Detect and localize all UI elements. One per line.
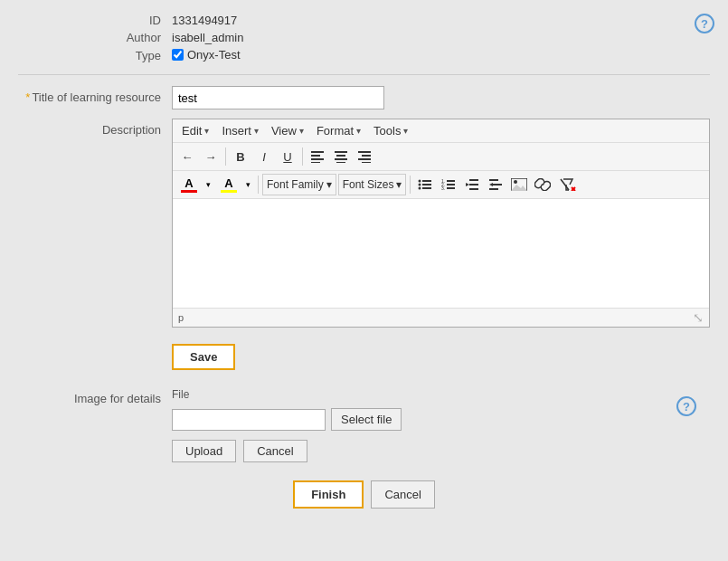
svg-rect-4 — [335, 151, 347, 153]
svg-rect-8 — [358, 151, 371, 153]
upload-cancel-row: Upload Cancel — [172, 440, 402, 462]
svg-rect-6 — [335, 158, 347, 160]
author-label: Author — [18, 31, 172, 44]
file-sub-label: File — [172, 388, 402, 401]
bg-color-button[interactable]: A — [216, 174, 241, 195]
remove-format-button[interactable] — [555, 174, 581, 195]
svg-point-12 — [419, 180, 421, 183]
font-family-arrow-icon: ▾ — [326, 178, 332, 191]
top-help-icon[interactable]: ? — [695, 14, 714, 33]
resize-handle[interactable]: ⤡ — [693, 310, 704, 325]
id-label: ID — [18, 14, 172, 27]
edit-arrow-icon: ▾ — [204, 126, 209, 136]
save-button[interactable]: Save — [172, 344, 235, 370]
align-right-button[interactable] — [354, 146, 375, 167]
font-color-arrow[interactable]: ▾ — [203, 174, 214, 195]
increase-indent-icon — [489, 178, 502, 191]
italic-button[interactable]: I — [253, 146, 275, 167]
editor-container: Edit ▾ Insert ▾ View ▾ Format ▾ — [172, 119, 710, 328]
select-file-button[interactable]: Select file — [331, 408, 402, 431]
menu-insert[interactable]: Insert ▾ — [216, 122, 264, 139]
unordered-list-button[interactable] — [414, 174, 436, 195]
type-checkbox[interactable] — [172, 49, 184, 61]
svg-point-14 — [419, 184, 421, 186]
svg-marker-25 — [466, 183, 469, 186]
type-checkbox-group: Onyx-Test — [172, 48, 241, 62]
type-row: Type Onyx-Test — [18, 48, 710, 63]
file-input[interactable] — [172, 409, 326, 431]
font-color-button[interactable]: A — [176, 174, 202, 195]
svg-rect-13 — [422, 180, 431, 182]
font-color-bar — [181, 190, 197, 193]
description-label: Description — [18, 119, 172, 137]
svg-rect-0 — [311, 151, 324, 153]
cancel-upload-button[interactable]: Cancel — [243, 440, 307, 462]
editor-statusbar: p ⤡ — [173, 308, 709, 327]
menu-format[interactable]: Format ▾ — [311, 122, 366, 139]
svg-rect-21 — [447, 184, 455, 185]
title-input[interactable] — [172, 86, 384, 109]
svg-rect-15 — [422, 184, 431, 185]
svg-text:3.: 3. — [441, 185, 445, 191]
finish-button[interactable]: Finish — [293, 480, 364, 509]
increase-indent-button[interactable] — [485, 174, 506, 195]
unordered-list-icon — [418, 178, 432, 191]
svg-rect-27 — [469, 188, 478, 190]
toolbar-sep-2 — [302, 147, 303, 166]
link-icon — [534, 178, 551, 191]
title-label: *Title of learning resource — [18, 86, 172, 104]
align-left-icon — [311, 150, 324, 163]
image-help-icon[interactable]: ? — [676, 396, 696, 416]
redo-button[interactable]: → — [200, 146, 222, 167]
ordered-list-icon: 1. 2. 3. — [441, 178, 456, 191]
toolbar-sep-4 — [410, 176, 411, 194]
decrease-indent-button[interactable] — [461, 174, 483, 195]
menu-tools[interactable]: Tools ▾ — [368, 122, 413, 139]
font-sizes-dropdown[interactable]: Font Sizes ▾ — [338, 174, 407, 195]
editor-body[interactable] — [173, 199, 709, 308]
id-value: 1331494917 — [172, 14, 237, 27]
bg-color-arrow[interactable]: ▾ — [243, 174, 254, 195]
editor-toolbar-1: ← → B I U — [173, 143, 709, 171]
align-left-button[interactable] — [307, 146, 328, 167]
author-row: Author isabell_admin — [18, 31, 710, 44]
svg-marker-29 — [489, 183, 493, 186]
svg-rect-19 — [447, 180, 455, 182]
title-row: *Title of learning resource — [18, 86, 710, 109]
menu-edit[interactable]: Edit ▾ — [176, 122, 214, 139]
tools-arrow-icon: ▾ — [403, 126, 408, 136]
image-icon — [511, 178, 527, 191]
svg-rect-10 — [358, 158, 371, 160]
svg-rect-23 — [447, 187, 455, 189]
id-row: ID 1331494917 — [18, 14, 710, 27]
insert-link-button[interactable] — [532, 174, 553, 195]
undo-button[interactable]: ← — [176, 146, 198, 167]
cancel-bottom-button[interactable]: Cancel — [371, 480, 434, 509]
bold-button[interactable]: B — [230, 146, 251, 167]
divider — [18, 74, 710, 75]
align-center-button[interactable] — [330, 146, 352, 167]
svg-rect-17 — [422, 187, 431, 189]
svg-rect-2 — [311, 158, 324, 160]
type-label: Type — [18, 49, 172, 62]
file-input-row: Select file — [172, 408, 402, 431]
underline-button[interactable]: U — [277, 146, 298, 167]
bottom-actions: Finish Cancel — [18, 480, 710, 509]
view-arrow-icon: ▾ — [299, 126, 304, 136]
toolbar-sep-1 — [225, 147, 226, 166]
svg-rect-9 — [362, 155, 371, 157]
form-section: *Title of learning resource Description … — [18, 86, 710, 370]
svg-rect-30 — [493, 184, 502, 185]
insert-arrow-icon: ▾ — [254, 126, 259, 136]
upload-button[interactable]: Upload — [172, 440, 236, 462]
statusbar-path: p — [178, 312, 184, 323]
font-family-dropdown[interactable]: Font Family ▾ — [262, 174, 336, 195]
bg-color-bar — [221, 190, 237, 193]
format-arrow-icon: ▾ — [356, 126, 361, 136]
ordered-list-button[interactable]: 1. 2. 3. — [438, 174, 459, 195]
insert-image-button[interactable] — [508, 174, 530, 195]
decrease-indent-icon — [466, 178, 478, 191]
menu-view[interactable]: View ▾ — [266, 122, 309, 139]
align-center-icon — [335, 150, 347, 163]
save-row: Save — [18, 337, 710, 370]
